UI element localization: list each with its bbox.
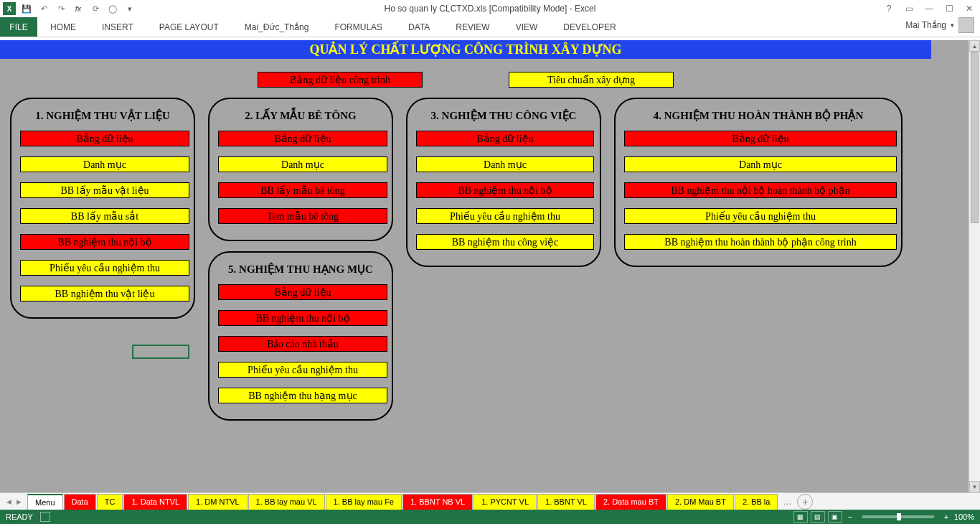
panel-button[interactable]: Bảng dữ liệu [20, 131, 189, 146]
refresh-icon[interactable]: ⟳ [89, 2, 102, 15]
avatar[interactable] [958, 17, 974, 33]
sheet-tab[interactable]: 1. PYCNT VL [473, 494, 537, 510]
ribbon-tab[interactable]: DEVELOPER [550, 17, 628, 37]
panel-button[interactable]: Danh mục [624, 156, 897, 172]
new-sheet-button[interactable]: + [797, 494, 813, 510]
scroll-up-icon[interactable]: ▲ [969, 40, 980, 52]
panel-button[interactable]: Báo cáo nhà thầu [218, 336, 387, 352]
fx-icon[interactable]: fx [72, 2, 85, 15]
maximize-icon[interactable]: ☐ [941, 1, 957, 16]
panel-button[interactable]: BB lấy mẫu sắt [20, 208, 189, 224]
view-layout-icon[interactable]: ▤ [811, 511, 825, 523]
window-controls: ? ▭ — ☐ ✕ [881, 1, 977, 16]
worksheet-area: QUẢN LÝ CHẤT LƯỢNG CÔNG TRÌNH XÂY DỰNG B… [0, 40, 980, 492]
user-area[interactable]: Mai Thắng ▾ [905, 17, 974, 33]
panel-button[interactable]: Phiếu yêu cầu nghiệm thu [416, 208, 594, 224]
view-pagebreak-icon[interactable]: ▣ [828, 511, 842, 523]
panels-container: 1. NGHIỆM THU VẬT LIỆU Bảng dữ liệuDanh … [10, 98, 917, 421]
scroll-down-icon[interactable]: ▼ [969, 481, 980, 492]
sheet-tab[interactable]: Data [64, 494, 96, 510]
zoom-value[interactable]: 100% [954, 513, 974, 521]
top-button[interactable]: Bảng dữ liệu công trình [258, 72, 423, 88]
sheet-tab[interactable]: 1. Data NTVL [123, 494, 187, 510]
ribbon-tab[interactable]: PAGE LAYOUT [146, 17, 232, 37]
panel-button[interactable]: Bảng dữ liệu [416, 131, 594, 146]
ribbon-tab[interactable]: REVIEW [443, 17, 502, 37]
minimize-icon[interactable]: — [921, 1, 937, 16]
title-bar: X 💾 ↶ ↷ fx ⟳ ◯ ▾ Ho so quan ly CLCTXD.xl… [0, 0, 980, 17]
user-name: Mai Thắng [905, 20, 946, 30]
sheet-tab[interactable]: 1. DM NTVL [188, 494, 248, 510]
panel-button[interactable]: BB lấy mẫu vật liệu [20, 182, 189, 198]
zoom-in-button[interactable]: + [941, 513, 951, 521]
zoom-slider[interactable] [862, 515, 934, 518]
tab-prev-icon[interactable]: ◀ [4, 496, 13, 507]
zoom-out-button[interactable]: − [845, 513, 855, 521]
panel-button[interactable]: Bảng dữ liệu [624, 131, 897, 146]
panel-nghiem-thu-hoan-thanh: 4. NGHIỆM THU HOÀN THÀNH BỘ PHẬN Bảng dữ… [614, 98, 903, 267]
help-icon[interactable]: ? [881, 1, 897, 16]
macro-record-icon[interactable] [40, 512, 50, 522]
qat-dropdown-icon[interactable]: ▾ [123, 2, 136, 15]
sheet-tab[interactable]: 2. Data mau BT [595, 494, 666, 510]
ribbon-tab[interactable]: HOME [37, 17, 89, 37]
panel-button[interactable]: BB nghiệm thu hạng mục [218, 388, 387, 403]
panel-button[interactable]: Phiếu yêu cầu nghiệm thu [20, 260, 189, 276]
close-icon[interactable]: ✕ [961, 1, 977, 16]
panel-button[interactable]: Danh mục [218, 156, 387, 172]
ribbon-tabs: FILE HOMEINSERTPAGE LAYOUTMai_Đức_ThắngF… [0, 17, 980, 37]
sheet-tab[interactable]: TC [97, 494, 123, 510]
quick-access-toolbar: X 💾 ↶ ↷ fx ⟳ ◯ ▾ [0, 2, 136, 15]
panel-button[interactable]: Phiếu yêu cầu nghiệm thu [624, 208, 897, 224]
panel-button[interactable]: BB lấy mẫu bê tông [218, 182, 387, 198]
ribbon-tab[interactable]: INSERT [89, 17, 146, 37]
ribbon-tab[interactable]: VIEW [503, 17, 551, 37]
top-button[interactable]: Tiêu chuẩn xây dựng [509, 72, 674, 88]
sheet-tab[interactable]: 1. BBNT VL [537, 494, 595, 510]
save-icon[interactable]: 💾 [20, 2, 33, 15]
vertical-scrollbar[interactable]: ▲ ▼ [969, 40, 980, 492]
panel-button[interactable]: Tem mẫu bê tông [218, 208, 387, 224]
ribbon-tab[interactable]: Mai_Đức_Thắng [232, 17, 322, 37]
panel-title: 1. NGHIỆM THU VẬT LIỆU [20, 109, 185, 122]
sheet-tab[interactable]: 2. DM Mau BT [667, 494, 734, 510]
circle-icon[interactable]: ◯ [106, 2, 119, 15]
sheet-tab[interactable]: 2. BB la [735, 494, 778, 510]
zoom-thumb[interactable] [897, 513, 901, 520]
view-normal-icon[interactable]: ▦ [793, 511, 808, 523]
undo-icon[interactable]: ↶ [37, 2, 50, 15]
panel-button[interactable]: BB nghiệm thu nội bộ [218, 310, 387, 326]
panel-button[interactable]: Danh mục [416, 156, 594, 172]
sheet-tab[interactable]: Menu [27, 494, 63, 510]
panel-title: 4. NGHIỆM THU HOÀN THÀNH BỘ PHẬN [624, 109, 892, 122]
panel-button[interactable]: Phiếu yêu cầu nghiệm thu [218, 362, 387, 378]
ribbon-tab[interactable]: FORMULAS [321, 17, 395, 37]
panel-button[interactable]: BB nghiệm thu vật liệu [20, 286, 189, 301]
file-tab[interactable]: FILE [0, 17, 37, 37]
sheet-tab[interactable]: 1. BB lay mau VL [248, 494, 325, 510]
tab-nav: ◀ ▶ [0, 496, 27, 507]
page-title-banner: QUẢN LÝ CHẤT LƯỢNG CÔNG TRÌNH XÂY DỰNG [0, 40, 931, 59]
sheet-tab[interactable]: 1. BBNT NB VL [402, 494, 473, 510]
panel-button[interactable]: BB nghiệm thu hoàn thành bộ phận công tr… [624, 234, 897, 250]
ribbon-options-icon[interactable]: ▭ [901, 1, 917, 16]
panel-button[interactable]: BB nghiệm thu nội bộ hoàn thành bộ phận [624, 182, 897, 198]
tab-next-icon[interactable]: ▶ [14, 496, 23, 507]
top-buttons-row: Bảng dữ liệu công trìnhTiêu chuẩn xây dự… [0, 72, 931, 88]
panel-title: 5. NGHIỆM THU HẠNG MỤC [218, 263, 383, 276]
ribbon-tab[interactable]: DATA [395, 17, 443, 37]
panel-nghiem-thu-vat-lieu: 1. NGHIỆM THU VẬT LIỆU Bảng dữ liệuDanh … [10, 98, 195, 319]
panel-button[interactable]: Danh mục [20, 156, 189, 172]
panel-nghiem-thu-cong-viec: 3. NGHIỆM THU CÔNG VIỆC Bảng dữ liệuDanh… [406, 98, 601, 267]
panel-button[interactable]: BB nghiệm thu nội bộ [20, 234, 189, 250]
panel-button[interactable]: Bảng dữ liệu [218, 284, 387, 300]
sheet-tab[interactable]: 1. BB lay mau Fe [326, 494, 402, 510]
panel-button[interactable]: BB nghiệm thu công việc [416, 234, 594, 250]
scroll-thumb[interactable] [971, 52, 979, 223]
panel-button[interactable]: BB nghiệm thu nội bộ [416, 182, 594, 198]
panel-button[interactable]: Bảng dữ liệu [218, 131, 387, 146]
tab-overflow-icon[interactable]: … [780, 497, 794, 507]
active-cell-indicator[interactable] [132, 345, 189, 359]
user-dropdown-icon[interactable]: ▾ [951, 22, 954, 29]
redo-icon[interactable]: ↷ [55, 2, 67, 15]
